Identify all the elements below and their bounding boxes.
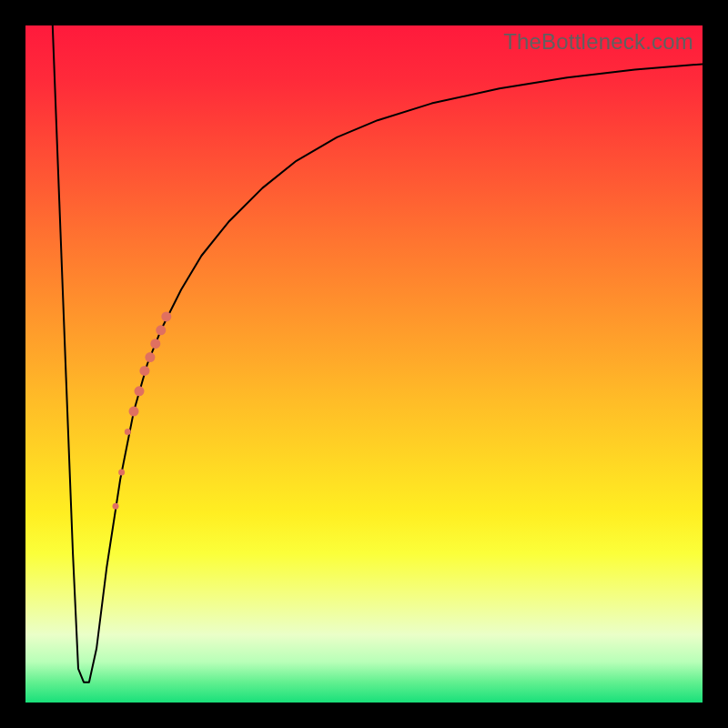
marker-dot [139,366,149,376]
plot-area: TheBottleneck.com [25,25,703,703]
marker-dot [161,311,171,321]
marker-dot [118,470,125,476]
marker-dot [113,503,119,510]
marker-dot [156,325,166,335]
marker-dot [125,429,131,435]
marker-dot [150,339,160,349]
marker-dot [129,407,139,417]
marker-dot [145,352,155,362]
chart-frame: TheBottleneck.com [0,0,728,728]
marker-dot [135,386,145,396]
highlight-markers [113,311,172,509]
chart-overlay [25,25,703,703]
